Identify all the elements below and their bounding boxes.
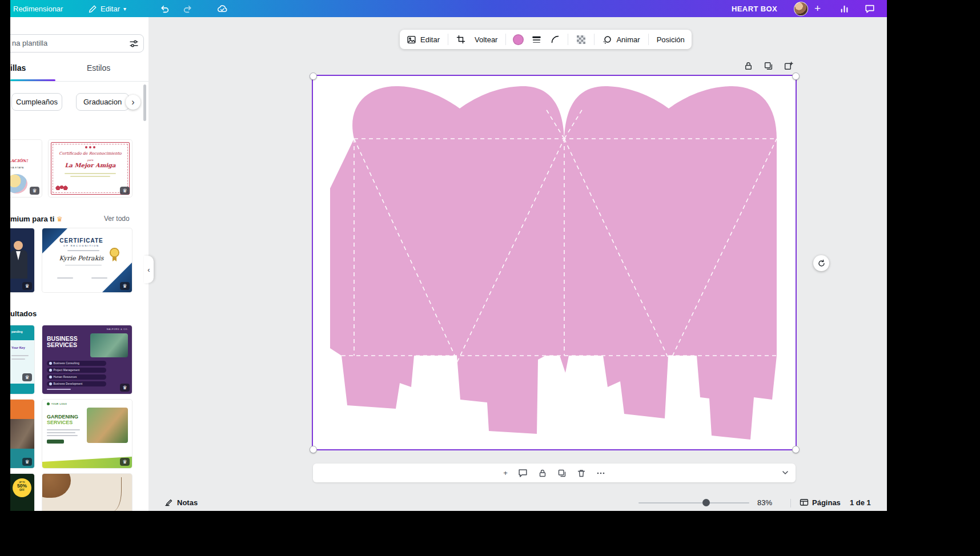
stroke-style-button[interactable] <box>531 30 543 49</box>
thumb-title: CERTIFICATE <box>42 237 121 244</box>
thumb-brand: SALFORD & CO. <box>107 328 128 331</box>
avatar <box>794 2 808 16</box>
chip-graduacion[interactable]: Graduacion <box>76 93 129 111</box>
invite-member-button[interactable]: + <box>814 0 821 17</box>
tabs-divider <box>10 81 148 82</box>
delete-page-button[interactable] <box>577 469 586 478</box>
redo-icon <box>183 4 192 14</box>
thumb-photo <box>87 408 128 443</box>
filter-button[interactable] <box>129 39 139 49</box>
pro-crown-badge: ♛ <box>22 458 32 466</box>
thumb-line <box>11 355 29 356</box>
results-title-text: ultados <box>10 309 37 318</box>
corner-rounding-button[interactable] <box>549 30 561 49</box>
thumb-name: Kyrie Petrakis <box>42 255 121 262</box>
fill-color-swatch[interactable] <box>513 34 524 45</box>
zoom-slider-knob[interactable] <box>702 499 710 506</box>
notes-button[interactable]: Notas <box>164 498 198 507</box>
duplicate-page-button[interactable] <box>761 58 776 73</box>
template-thumb-certificate-blue[interactable]: CERTIFICATE OF RECOGNITION Kyrie Petraki… <box>42 228 132 292</box>
templates-sidebar: na plantilla illas Estilos Cumpleaños Gr… <box>10 17 148 511</box>
page-bar[interactable]: + <box>313 464 796 482</box>
template-thumb-sale[interactable]: UP TO 50% OFF <box>10 474 34 511</box>
selection-handle-top-right[interactable] <box>792 72 800 80</box>
letterbox-left <box>0 0 10 556</box>
template-thumb-3d-man[interactable]: ♛ <box>10 228 34 292</box>
flip-button[interactable]: Voltear <box>473 30 499 49</box>
comment-button[interactable] <box>518 468 528 478</box>
medal-icon <box>110 248 119 257</box>
duplicate-page-button[interactable] <box>557 469 567 478</box>
thumb-text: panding <box>11 330 22 333</box>
see-all-button[interactable]: Ver todo <box>104 215 130 223</box>
image-icon <box>407 35 416 45</box>
premium-title-text: mium para ti <box>10 215 54 223</box>
cloud-check-icon <box>217 3 228 14</box>
heart-box-template[interactable] <box>313 76 796 449</box>
template-thumb-gardening[interactable]: YOUR LOGO GARDENING SERVICES ♛ <box>42 400 132 468</box>
lock-button[interactable] <box>741 58 756 73</box>
design-page[interactable] <box>313 76 796 449</box>
edit-menu-button[interactable]: Editar ▾ <box>89 0 126 17</box>
chip-cumpleanos[interactable]: Cumpleaños <box>11 93 62 111</box>
signature-line <box>91 277 107 279</box>
account-button[interactable] <box>794 0 808 17</box>
sliders-icon <box>129 39 139 49</box>
chips-scroll-right-button[interactable]: › <box>126 95 140 110</box>
pages-button[interactable]: Páginas <box>800 498 841 507</box>
thumb-blob <box>42 474 71 498</box>
thumb-strip <box>10 384 34 394</box>
position-button[interactable]: Posición <box>656 30 686 49</box>
animate-icon <box>603 35 612 45</box>
tab-templates[interactable]: illas <box>10 63 26 72</box>
animate-button[interactable]: Animar <box>601 30 641 49</box>
chevron-right-icon: › <box>131 97 134 107</box>
page-count: 1 de 1 <box>850 498 871 507</box>
thumb-name: La Mejor Amiga <box>49 162 132 168</box>
edit-image-button[interactable]: Editar <box>405 30 441 49</box>
more-options-button[interactable] <box>596 469 605 478</box>
zoom-slider-track[interactable] <box>638 502 749 503</box>
pill-label: Business Development <box>54 382 83 385</box>
selection-handle-bottom-left[interactable] <box>310 446 317 453</box>
selection-handle-top-left[interactable] <box>310 72 317 80</box>
template-thumb-beige[interactable] <box>42 474 132 511</box>
thumb-line <box>47 429 80 430</box>
toolbar-divider <box>448 34 448 45</box>
insights-button[interactable] <box>840 0 849 17</box>
undo-icon <box>160 4 170 14</box>
lock-icon <box>538 469 547 478</box>
template-thumb-business-services[interactable]: SALFORD & CO. BUSINESS SERVICES Business… <box>42 325 132 394</box>
add-page-button[interactable] <box>781 58 796 73</box>
comments-button[interactable] <box>865 0 875 17</box>
thumb-button <box>47 440 64 444</box>
signature-line <box>57 277 73 279</box>
tab-templates-label: illas <box>10 63 26 72</box>
template-thumb-flyer[interactable]: panding Your Key ♛ <box>10 325 34 394</box>
template-thumb-certificado[interactable]: Certificado de Reconocimiento para La Me… <box>49 140 132 197</box>
undo-button[interactable] <box>160 0 170 17</box>
see-all-label: Ver todo <box>104 215 130 223</box>
notes-label: Notas <box>177 498 198 507</box>
collapse-page-bar-button[interactable] <box>781 468 790 477</box>
redo-button[interactable] <box>183 0 192 17</box>
save-status-button[interactable] <box>217 0 228 17</box>
letterbox-right <box>887 0 980 556</box>
sidebar-collapse-button[interactable]: ‹ <box>144 256 154 283</box>
crop-button[interactable] <box>455 30 467 49</box>
sale-badge: UP TO 50% OFF <box>13 478 31 497</box>
selection-handle-bottom-right[interactable] <box>792 446 800 453</box>
rotate-handle[interactable] <box>813 255 829 271</box>
template-search-input[interactable]: na plantilla <box>10 34 144 53</box>
resize-button[interactable]: Redimensionar <box>13 0 63 17</box>
tab-styles[interactable]: Estilos <box>87 63 110 72</box>
template-thumb-collage[interactable]: ♛ <box>10 400 34 468</box>
add-comment-button[interactable]: + <box>503 469 508 477</box>
thumb-line <box>65 173 116 174</box>
sidebar-scrollbar[interactable] <box>143 84 146 121</box>
lock-page-button[interactable] <box>538 469 547 478</box>
pro-crown-badge: ♛ <box>30 187 39 195</box>
transparency-button[interactable] <box>575 30 587 49</box>
page-bar-actions: + <box>313 464 796 482</box>
template-thumb-congrats[interactable]: LACIÓN! EVA ETAPA ♛ <box>10 140 42 197</box>
